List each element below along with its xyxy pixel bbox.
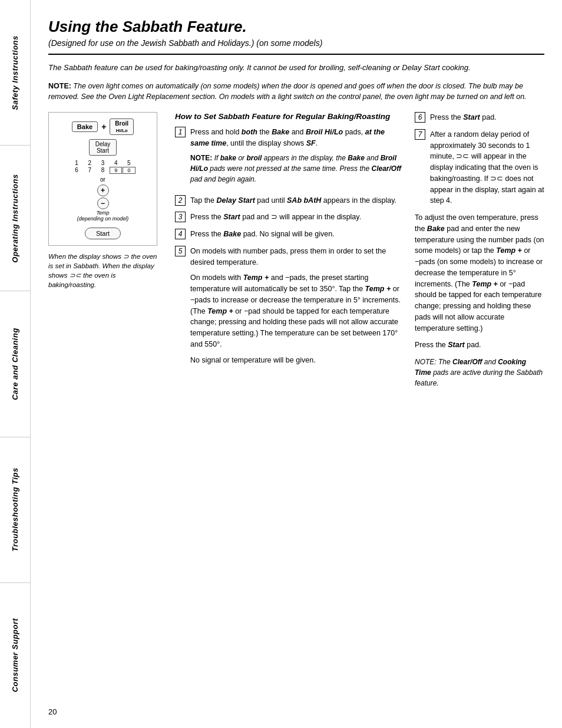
middle-column: How to Set Sabbath Feature for Regular B… <box>175 112 403 388</box>
content-area: Bake + BroilHi/Lo DelayStart 1 2 3 4 5 6… <box>48 112 544 388</box>
step-num-7: 7 <box>415 129 425 140</box>
temp-plus-diagram: + <box>97 185 109 196</box>
right-para-2: Press the Start pad. <box>415 340 544 351</box>
sidebar-section-care: Care and Cleaning <box>0 291 30 437</box>
num-1: 1 <box>71 160 83 166</box>
right-column: 6 Press the Start pad. 7 After a random … <box>415 112 544 388</box>
num-8: 8 <box>97 167 109 174</box>
plus-icon: + <box>101 122 106 131</box>
note-paragraph: NOTE: The oven light comes on automatica… <box>48 81 544 103</box>
sidebar-section-safety: Safety Instructions <box>0 0 30 146</box>
step-6: 6 Press the Start pad. <box>415 112 544 123</box>
start-button-diagram: Start <box>85 228 121 239</box>
sidebar-label-consumer: Consumer Support <box>11 618 19 693</box>
section-heading: How to Set Sabbath Feature for Regular B… <box>175 112 403 121</box>
step-7-text: After a random delay period of approxima… <box>430 129 544 206</box>
step-num-1: 1 <box>175 127 186 137</box>
num-3: 3 <box>97 160 109 166</box>
step-2-text: Tap the Delay Start pad until SAb bAtH a… <box>190 195 396 206</box>
or-text: or <box>55 176 151 183</box>
diagram-caption: When the display shows ⊃ the oven is set… <box>48 252 163 289</box>
sidebar-section-operating: Operating Instructions <box>0 146 30 291</box>
broil-button-diagram: BroilHi/Lo <box>110 118 134 135</box>
step-7: 7 After a random delay period of approxi… <box>415 129 544 206</box>
step-num-4: 4 <box>175 229 186 239</box>
step-1-content: Press and hold both the Bake and Broil H… <box>190 127 403 189</box>
step-1-note: NOTE: If bake or broil appears in the di… <box>190 153 403 185</box>
num-9: 9 <box>110 167 122 174</box>
step-5-text-c: No signal or temperature will be given. <box>190 355 403 366</box>
note-label: NOTE: <box>48 82 71 90</box>
bake-button-diagram: Bake <box>72 121 98 132</box>
step-4-text: Press the Bake pad. No signal will be gi… <box>190 229 335 240</box>
step-3: 3 Press the Start pad and ⊃ will appear … <box>175 212 403 223</box>
temp-controls-diagram: + − Temp(depending on model) <box>55 185 151 222</box>
step-1: 1 Press and hold both the Bake and Broil… <box>175 127 403 189</box>
temp-label-diagram: Temp(depending on model) <box>77 210 129 222</box>
sidebar-label-safety: Safety Instructions <box>11 35 19 110</box>
bake-broil-row: Bake + BroilHi/Lo <box>55 118 151 135</box>
num-6: 6 <box>71 167 83 174</box>
step-num-2: 2 <box>175 195 186 206</box>
num-7: 7 <box>84 167 96 174</box>
step-3-text: Press the Start pad and ⊃ will appear in… <box>190 212 361 223</box>
step-num-3: 3 <box>175 212 186 222</box>
diagram-box: Bake + BroilHi/Lo DelayStart 1 2 3 4 5 6… <box>48 112 157 246</box>
step-5: 5 On models with number pads, press them… <box>175 246 403 366</box>
step-num-5: 5 <box>175 246 186 256</box>
title-divider <box>48 54 544 55</box>
intro-text: The Sabbath feature can be used for baki… <box>48 62 544 74</box>
number-grid: 1 2 3 4 5 6 7 8 9 0 <box>71 160 135 174</box>
step-5-text-a: On models with number pads, press them i… <box>190 246 403 268</box>
page-title: Using the Sabbath Feature. <box>48 18 544 36</box>
step-5-content: On models with number pads, press them i… <box>190 246 403 366</box>
num-2: 2 <box>84 160 96 166</box>
step-num-6: 6 <box>415 112 425 123</box>
step-4: 4 Press the Bake pad. No signal will be … <box>175 229 403 240</box>
right-para-1: To adjust the oven temperature, press th… <box>415 212 544 334</box>
step-1-text: Press and hold both the Bake and Broil H… <box>190 127 403 149</box>
delay-start-button-diagram: DelayStart <box>89 139 117 156</box>
sidebar: Safety Instructions Operating Instructio… <box>0 0 31 728</box>
num-4: 4 <box>110 160 122 166</box>
sidebar-section-troubleshooting: Troubleshooting Tips <box>0 437 30 583</box>
note-body: The oven light comes on automatically (o… <box>48 82 527 101</box>
sidebar-label-troubleshooting: Troubleshooting Tips <box>11 468 19 552</box>
step-2: 2 Tap the Delay Start pad until SAb bAtH… <box>175 195 403 206</box>
page-number: 20 <box>48 707 57 716</box>
num-0: 0 <box>123 167 135 174</box>
right-note: NOTE: The Clear/Off and Cooking Time pad… <box>415 357 544 388</box>
right-content-area: How to Set Sabbath Feature for Regular B… <box>175 112 544 388</box>
step-5-text-b: On models with Temp + and −pads, the pre… <box>190 272 403 350</box>
sidebar-section-consumer: Consumer Support <box>0 583 30 728</box>
sidebar-label-care: Care and Cleaning <box>11 328 19 400</box>
delay-start-row: DelayStart <box>55 137 151 157</box>
step-6-text: Press the Start pad. <box>430 112 497 123</box>
start-button-row: Start <box>55 225 151 239</box>
left-column: Bake + BroilHi/Lo DelayStart 1 2 3 4 5 6… <box>48 112 163 388</box>
num-5: 5 <box>123 160 135 166</box>
page-subtitle: (Designed for use on the Jewish Sabbath … <box>48 38 544 48</box>
main-content: Using the Sabbath Feature. (Designed for… <box>31 0 562 728</box>
sidebar-label-operating: Operating Instructions <box>11 174 19 262</box>
temp-minus-diagram: − <box>97 197 109 209</box>
